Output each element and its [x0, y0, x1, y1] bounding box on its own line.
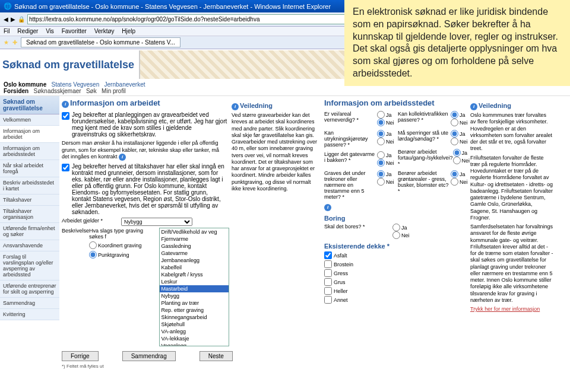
- listbox-option[interactable]: Jernbaneanlegg: [160, 257, 229, 264]
- sidebar-step-9[interactable]: Forslag til varslingsplan og/eller avspe…: [0, 251, 59, 281]
- sidebar-step-0[interactable]: Velkommen: [0, 114, 59, 126]
- guidance-text-2b: Friluftsetaten forvalter de fleste trær …: [470, 155, 553, 222]
- listbox-option[interactable]: Mastarbeid: [160, 285, 229, 292]
- nei-radio[interactable]: [451, 138, 458, 145]
- nei-radio[interactable]: [377, 119, 385, 126]
- listbox-option[interactable]: Leskur: [160, 278, 229, 285]
- menu-favoritter[interactable]: Favoritter: [62, 28, 87, 34]
- listbox-option[interactable]: Kabelfeil: [160, 264, 229, 271]
- dekke-heading: Eksisterende dekke *: [324, 243, 467, 250]
- ja-radio[interactable]: [451, 170, 458, 178]
- sidebar-step-11[interactable]: Sammendrag: [0, 298, 59, 309]
- ja-radio[interactable]: [377, 111, 385, 119]
- sidebar-step-4[interactable]: Beskriv arbeidsstedet i kartet: [0, 177, 59, 195]
- previous-button[interactable]: Forrige: [62, 351, 99, 361]
- menu-fil[interactable]: Fil: [4, 28, 10, 34]
- nav-vegvesen[interactable]: Statens Vegvesen: [52, 81, 100, 88]
- ja-radio[interactable]: [377, 170, 385, 178]
- listbox-option[interactable]: Drift/Vedlikehold av veg: [160, 228, 229, 235]
- dekke-checkbox[interactable]: [324, 269, 332, 277]
- confirm-contract-checkbox[interactable]: [62, 164, 69, 171]
- guidance-column-1: iVeiledning Ved større gravearbeider kan…: [232, 98, 321, 369]
- dekke-checkbox[interactable]: [324, 260, 332, 268]
- favorites-icon[interactable]: ★: [4, 39, 9, 46]
- menu-hjelp[interactable]: Hjelp: [122, 28, 135, 34]
- listbox-option[interactable]: Planting av trær: [160, 299, 229, 307]
- listbox-option[interactable]: Fjernvarme: [160, 235, 229, 243]
- boring-ja-radio[interactable]: [392, 224, 400, 231]
- sidebar-step-2[interactable]: Informasjon om arbeidsstedet: [0, 143, 59, 160]
- next-button[interactable]: Neste: [200, 351, 233, 361]
- info-icon[interactable]: i: [324, 204, 331, 211]
- sidebar-step-12[interactable]: Kvittering: [0, 309, 59, 320]
- nei-radio[interactable]: [377, 178, 385, 186]
- description-label: Beskrivelse: [62, 228, 89, 346]
- dekke-checkbox[interactable]: [324, 287, 332, 295]
- nav-profil[interactable]: Min profil: [102, 88, 126, 94]
- nav-forsiden[interactable]: Forsiden: [4, 88, 28, 94]
- sidebar-step-6[interactable]: Tiltakshaver organisasjon: [0, 206, 59, 223]
- ja-radio[interactable]: [451, 130, 458, 138]
- menu-rediger[interactable]: Rediger: [17, 28, 38, 34]
- sidebar-step-7[interactable]: Utførende firma/enhet og søker: [0, 223, 59, 240]
- ja-radio[interactable]: [453, 149, 461, 157]
- add-favorites-icon[interactable]: ✚: [12, 39, 17, 46]
- nav-fwd-icon[interactable]: ▶: [11, 16, 15, 23]
- content-area: iInformasjon om arbeidet Jeg bekrefter a…: [59, 96, 570, 371]
- nei-radio[interactable]: [377, 138, 385, 145]
- listbox-option[interactable]: Gatevarme: [160, 250, 229, 257]
- nav-sok[interactable]: Søk: [86, 88, 97, 94]
- browser-tab[interactable]: Søknad om gravetillatelse - Oslo kommune…: [21, 37, 180, 47]
- listbox-option[interactable]: Kabelgrøft / kryss: [160, 271, 229, 278]
- work-type-listbox[interactable]: Drift/Vedlikehold av vegFjernvarmeGassle…: [159, 228, 229, 346]
- menu-verktoy[interactable]: Verktøy: [94, 28, 115, 34]
- dekke-checkbox[interactable]: [324, 251, 332, 259]
- nav-oslo[interactable]: Oslo kommune: [4, 81, 46, 88]
- nav-jernbane[interactable]: Jernbaneverket: [104, 81, 145, 88]
- listbox-option[interactable]: Veganlegg: [160, 342, 229, 346]
- ja-radio[interactable]: [451, 111, 458, 119]
- sidebar-step-5[interactable]: Tiltakshaver: [0, 195, 59, 206]
- form-column: iInformasjon om arbeidet Jeg bekrefter a…: [62, 98, 228, 369]
- boring-nei-radio[interactable]: [392, 231, 400, 239]
- sidebar-step-10[interactable]: Utførende entreprenør for skilt og avspe…: [0, 281, 59, 298]
- listbox-option[interactable]: Skinnegangsarbeid: [160, 314, 229, 321]
- ja-radio[interactable]: [377, 130, 385, 138]
- page-title: Søknad om gravetillatelse: [2, 59, 134, 71]
- coordinated-radio[interactable]: [89, 241, 97, 249]
- question-label: Må sperringer stå ute lørdag/søndag? *: [398, 130, 451, 142]
- dekke-checkbox[interactable]: [324, 296, 332, 304]
- dekke-checkbox[interactable]: [324, 278, 332, 286]
- required-note: *) Feltet må fylles ut: [62, 364, 228, 369]
- listbox-option[interactable]: VA-anlegg: [160, 328, 229, 335]
- info-icon[interactable]: i: [119, 154, 126, 161]
- sidebar-step-3[interactable]: Når skal arbeidet foregå: [0, 160, 59, 177]
- nav-back-icon[interactable]: ◀: [4, 16, 8, 23]
- listbox-option[interactable]: Nybygg: [160, 292, 229, 299]
- ja-radio[interactable]: [377, 151, 385, 159]
- listbox-option[interactable]: Skjøtehull: [160, 321, 229, 328]
- sidebar-step-1[interactable]: Informasjon om arbeidet: [0, 126, 59, 143]
- nei-radio[interactable]: [377, 159, 385, 167]
- sidebar-step-8[interactable]: Ansvarshavende: [0, 240, 59, 251]
- nei-radio[interactable]: [451, 119, 458, 126]
- digging-type-label: Hva slags type graving søkes f: [89, 228, 156, 240]
- ie-icon: 🌐: [4, 2, 12, 10]
- nav-skjemaer[interactable]: Søknadsskjemaer: [34, 88, 81, 94]
- listbox-option[interactable]: VA-lekkasje: [160, 335, 229, 342]
- menu-vis[interactable]: Vis: [46, 28, 54, 34]
- guidance-heading-2: Veiledning: [479, 102, 511, 109]
- point-radio[interactable]: [89, 251, 97, 259]
- nei-radio[interactable]: [453, 157, 461, 164]
- summary-button[interactable]: Sammendrag: [122, 351, 176, 361]
- work-applies-select[interactable]: Nybygg: [121, 218, 192, 226]
- more-info-link[interactable]: Trykk her for mer informasjon: [470, 306, 553, 312]
- question-label: Ligger det gatevarme i bakken? *: [324, 151, 377, 163]
- listbox-option[interactable]: Gassledning: [160, 243, 229, 250]
- confirm-planning-checkbox[interactable]: [62, 112, 69, 120]
- nei-radio[interactable]: [451, 178, 458, 186]
- listbox-option[interactable]: Rep. etter graving: [160, 307, 229, 314]
- guidance-text-1: Ved større gravearbeider kan det kreves …: [232, 112, 321, 192]
- sidebar-header: Søknad om gravetillatelse: [0, 96, 59, 114]
- tab-label: Søknad om gravetillatelse - Oslo kommune…: [26, 39, 175, 46]
